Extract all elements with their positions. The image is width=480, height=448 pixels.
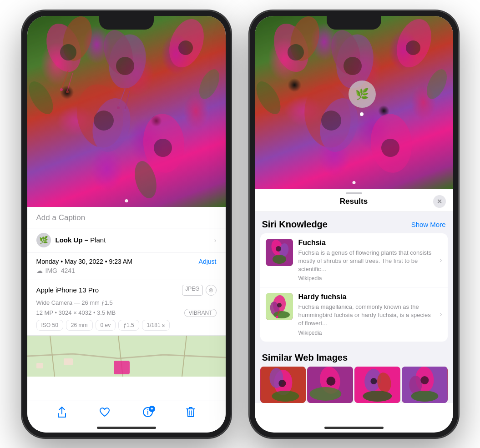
svg-point-72 bbox=[363, 391, 392, 402]
exif-iso: ISO 50 bbox=[36, 320, 63, 331]
svg-point-5 bbox=[116, 57, 134, 75]
drag-handle[interactable] bbox=[346, 192, 362, 194]
hardy-text: Hardy fuchsia Fuchsia magellanica, commo… bbox=[298, 293, 435, 336]
fuchsia-source: Wikipedia bbox=[298, 275, 435, 282]
svg-rect-26 bbox=[64, 358, 73, 365]
svg-point-55 bbox=[277, 303, 282, 307]
hardy-chevron-icon: › bbox=[440, 310, 442, 318]
hardy-name: Hardy fuchsia bbox=[298, 293, 435, 301]
info-button[interactable]: ✦ bbox=[142, 407, 153, 420]
map-area[interactable] bbox=[27, 336, 226, 377]
show-more-button[interactable]: Show More bbox=[411, 221, 446, 228]
notch-right bbox=[327, 16, 381, 30]
plant-lookup-icon: 🌿 bbox=[36, 233, 51, 247]
svg-point-37 bbox=[344, 57, 362, 75]
svg-point-13 bbox=[27, 77, 58, 118]
hardy-fuchsia-item[interactable]: Hardy fuchsia Fuchsia magellanica, commo… bbox=[260, 287, 448, 342]
mp-spec: 12 MP • 3024 × 4032 • 3.5 MB bbox=[36, 309, 116, 316]
fuchsia-thumb bbox=[266, 239, 293, 266]
filename-text: IMG_4241 bbox=[45, 267, 75, 274]
siri-lookup-badge[interactable]: 🌿 bbox=[349, 81, 376, 108]
lookup-row[interactable]: 🌿 Look Up – Plant › bbox=[27, 228, 226, 252]
svg-point-10 bbox=[94, 111, 114, 131]
results-content[interactable]: Siri Knowledge Show More bbox=[255, 212, 453, 403]
fuchsia-text: Fuchsia Fuchsia is a genus of flowering … bbox=[298, 239, 435, 282]
cloud-icon: ☁ bbox=[36, 267, 43, 274]
similar-section: Similar Web Images bbox=[255, 345, 453, 403]
notch-left bbox=[99, 16, 154, 30]
siri-knowledge-header: Siri Knowledge Show More bbox=[255, 212, 453, 233]
similar-img-4[interactable] bbox=[402, 367, 448, 403]
svg-rect-27 bbox=[114, 361, 130, 374]
date-text: Monday • May 30, 2022 • 9:23 AM bbox=[36, 258, 132, 265]
svg-point-34 bbox=[288, 44, 304, 60]
home-bar-left bbox=[97, 427, 156, 429]
svg-point-56 bbox=[273, 311, 290, 318]
svg-point-62 bbox=[278, 380, 286, 387]
svg-point-76 bbox=[420, 376, 429, 384]
similar-img-1[interactable] bbox=[260, 367, 306, 403]
fuchsia-desc: Fuchsia is a genus of flowering plants t… bbox=[298, 249, 435, 274]
adjust-button[interactable]: Adjust bbox=[199, 258, 217, 265]
knowledge-card: Fuchsia Fuchsia is a genus of flowering … bbox=[260, 233, 448, 342]
exif-shutter: 1/181 s bbox=[142, 320, 170, 331]
svg-point-45 bbox=[255, 77, 285, 118]
svg-point-67 bbox=[310, 387, 342, 401]
vibrant-badge: VIBRANT bbox=[184, 309, 216, 317]
sparkle-badge: ✦ bbox=[149, 406, 155, 412]
svg-point-39 bbox=[406, 40, 420, 55]
lookup-label: Look Up – Plant bbox=[56, 236, 106, 244]
home-bar-right bbox=[324, 427, 384, 429]
lens-icon: ◎ bbox=[206, 285, 217, 296]
svg-rect-25 bbox=[36, 363, 43, 368]
favorite-button[interactable] bbox=[99, 407, 110, 420]
exif-ev: 0 ev bbox=[96, 320, 116, 331]
svg-point-19 bbox=[66, 91, 69, 93]
svg-point-46 bbox=[422, 66, 450, 102]
delete-button[interactable] bbox=[186, 406, 196, 421]
svg-point-7 bbox=[178, 40, 193, 55]
hardy-thumb bbox=[266, 293, 293, 320]
exif-f: ƒ1.5 bbox=[118, 320, 139, 331]
svg-line-16 bbox=[61, 70, 68, 89]
similar-title: Similar Web Images bbox=[262, 352, 348, 363]
svg-point-18 bbox=[60, 88, 63, 91]
results-title: Results bbox=[340, 197, 368, 206]
date-section: Monday • May 30, 2022 • 9:23 AM Adjust ☁… bbox=[27, 252, 226, 280]
similar-images-row bbox=[255, 367, 453, 403]
svg-point-14 bbox=[195, 66, 223, 102]
fuchsia-item[interactable]: Fuchsia Fuchsia is a genus of flowering … bbox=[260, 233, 448, 288]
hardy-desc: Fuchsia magellanica, commonly known as t… bbox=[298, 303, 435, 328]
camera-spec: Wide Camera — 26 mm ƒ1.5 bbox=[36, 299, 217, 306]
format-badge: JPEG bbox=[182, 285, 202, 296]
similar-img-2[interactable] bbox=[307, 367, 353, 403]
share-button[interactable] bbox=[57, 406, 67, 421]
svg-point-42 bbox=[321, 111, 341, 131]
right-phone: 🌿 Results ✕ bbox=[249, 10, 459, 438]
svg-point-66 bbox=[327, 377, 336, 386]
svg-point-51 bbox=[273, 255, 286, 264]
caption-area[interactable]: Add a Caption bbox=[27, 207, 226, 228]
similar-header: Similar Web Images bbox=[255, 345, 453, 367]
fuchsia-chevron-icon: › bbox=[440, 256, 442, 264]
svg-point-23 bbox=[124, 109, 126, 111]
results-header: Results ✕ bbox=[255, 189, 453, 212]
siri-dot bbox=[360, 112, 364, 116]
similar-img-3[interactable] bbox=[354, 367, 400, 403]
svg-point-58 bbox=[276, 316, 278, 318]
caption-placeholder[interactable]: Add a Caption bbox=[36, 213, 86, 222]
svg-point-22 bbox=[117, 106, 120, 109]
svg-point-44 bbox=[381, 139, 399, 157]
close-button[interactable]: ✕ bbox=[433, 195, 446, 208]
lookup-chevron-icon: › bbox=[214, 237, 217, 244]
device-name: Apple iPhone 13 Pro bbox=[36, 286, 99, 294]
siri-knowledge-title: Siri Knowledge bbox=[262, 219, 328, 230]
left-phone: Add a Caption 🌿 Look Up – Plant › Monday… bbox=[22, 10, 231, 438]
svg-point-77 bbox=[411, 391, 438, 402]
photo-area-right: 🌿 bbox=[255, 16, 453, 189]
right-screen: 🌿 Results ✕ bbox=[255, 16, 453, 433]
results-panel: Results ✕ Siri Knowledge Show More bbox=[255, 189, 453, 403]
left-screen: Add a Caption 🌿 Look Up – Plant › Monday… bbox=[27, 16, 226, 433]
svg-point-50 bbox=[276, 246, 281, 252]
photo-area-left[interactable] bbox=[27, 16, 226, 207]
